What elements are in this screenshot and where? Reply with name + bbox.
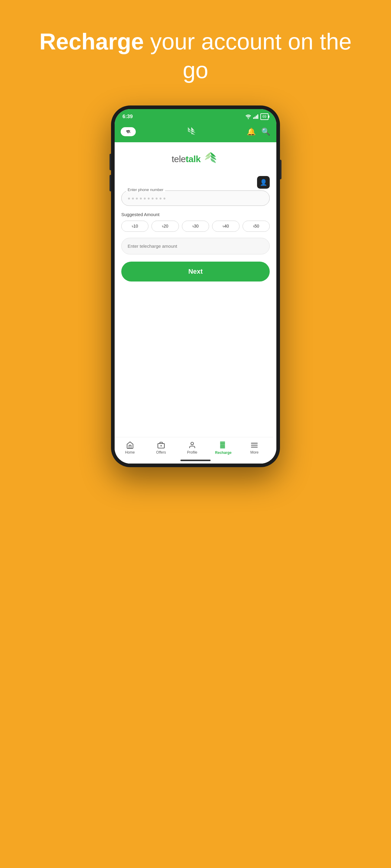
amount-btn-50[interactable]: ৳50 [243,221,270,232]
svg-rect-1 [253,118,254,119]
nav-item-home[interactable]: Home [121,441,139,455]
svg-rect-13 [220,447,225,448]
volume-up-button [110,154,111,170]
power-button [280,160,281,179]
nav-item-profile[interactable]: Profile [183,441,201,455]
nav-label-more: More [250,450,258,455]
more-icon [250,441,258,449]
wifi-icon [245,114,251,119]
search-icon[interactable]: 🔍 [261,127,270,136]
volume-down-button [110,175,111,191]
svg-rect-9 [220,441,225,443]
status-bar: 6:39 [115,109,276,123]
main-content: teletalk 👤 Enter phone nu [115,142,276,464]
header-normal: your account on the go [144,29,352,83]
home-icon [126,441,134,449]
teletalk-wing-header-icon [184,125,198,138]
logo-text: teletalk [172,154,201,164]
status-icons: 69 [245,113,269,120]
svg-point-8 [191,442,194,445]
svg-rect-10 [220,443,225,444]
signal-icon [253,114,258,119]
language-toggle[interactable]: বাং [121,127,136,136]
teletalk-logo: teletalk [172,151,219,167]
nav-label-profile: Profile [187,450,197,455]
home-bar [180,460,211,461]
amount-btn-10[interactable]: ৳10 [121,221,148,232]
svg-rect-11 [220,444,225,446]
home-indicator [121,458,270,464]
recharge-icon [219,441,227,450]
header-action-icons: 🔔 🔍 [247,127,270,136]
phone-screen: 6:39 [115,109,276,464]
svg-rect-2 [254,117,255,119]
phone-number-input[interactable] [121,190,270,206]
header-logo [184,125,198,138]
amount-btn-40[interactable]: ৳40 [212,221,239,232]
amount-buttons-row: ৳10 ৳20 ৳30 ৳40 ৳50 [121,221,270,232]
nav-item-offers[interactable]: Offers [152,441,170,455]
svg-rect-3 [256,116,257,119]
amount-btn-30[interactable]: ৳30 [182,221,209,232]
nav-label-home: Home [125,450,135,455]
app-header: বাং 🔔 🔍 [115,123,276,142]
telecharge-amount-input[interactable] [121,238,270,254]
nav-label-offers: Offers [156,450,166,455]
svg-rect-12 [220,446,225,447]
nav-item-recharge[interactable]: Recharge [214,441,232,455]
svg-rect-4 [257,115,258,119]
phone-frame: 6:39 [111,105,280,467]
phone-number-field-wrapper: Enter phone number [121,190,270,206]
status-time: 6:39 [122,114,133,120]
notification-icon[interactable]: 🔔 [247,127,256,136]
svg-point-0 [248,118,249,119]
battery-icon: 69 [260,113,269,120]
offers-icon [157,441,165,449]
nav-label-recharge: Recharge [215,451,232,455]
suggested-amount-label: Suggested Amount [121,212,160,217]
header-bold: Recharge [39,29,144,54]
bottom-nav: Home Offers [115,437,273,458]
page-header: Recharge your account on the go [0,27,391,84]
next-button[interactable]: Next [121,261,270,281]
teletalk-logo-wing [202,151,219,167]
amount-btn-20[interactable]: ৳20 [151,221,178,232]
nav-item-more[interactable]: More [245,441,263,455]
contact-picker-icon[interactable]: 👤 [257,176,270,189]
phone-input-label: Enter phone number [126,187,165,192]
profile-icon [188,441,196,449]
